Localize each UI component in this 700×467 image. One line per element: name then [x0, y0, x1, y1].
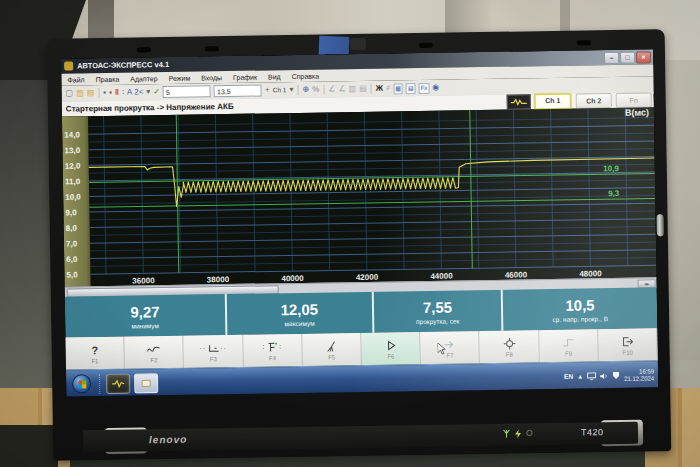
- bezel-latch-button: [657, 214, 664, 236]
- pencil2-icon[interactable]: ∠: [338, 84, 345, 94]
- layers-icon[interactable]: ▥: [348, 84, 356, 94]
- start-button[interactable]: [72, 374, 91, 393]
- grid-line-vertical: [402, 111, 404, 269]
- chart-canvas[interactable]: 3600038000400004200044000460004800014,01…: [62, 107, 657, 286]
- menu-item-4[interactable]: Входы: [201, 74, 222, 81]
- menu-item-3[interactable]: Режим: [169, 74, 191, 81]
- battery-led-icon: [515, 429, 521, 438]
- pencil-icon[interactable]: ∠: [328, 84, 335, 94]
- network-icon[interactable]: [587, 372, 596, 380]
- windows-logo-icon: [78, 380, 86, 389]
- stat-minimum-value: 9,27: [130, 303, 159, 320]
- grid-line-horizontal: [90, 226, 656, 235]
- stat-cranking-label: прокрутка, сек: [416, 317, 459, 325]
- save-as-icon[interactable]: ▪: [109, 88, 112, 98]
- fn-button[interactable]: Fn: [616, 92, 652, 108]
- channel1-button[interactable]: Ch 1: [534, 93, 572, 111]
- cursor-value-label: 9,3: [608, 189, 620, 198]
- stat-minimum: 9,27 минимум: [65, 294, 227, 338]
- menu-item-1[interactable]: Правка: [96, 75, 120, 82]
- x-tick-label: 48000: [579, 269, 602, 278]
- cursor-line-vertical[interactable]: [470, 110, 472, 268]
- fkey-continue[interactable]: F7: [421, 331, 481, 364]
- grid-line-horizontal: [90, 242, 656, 251]
- info-icon[interactable]: ◉: [432, 83, 439, 93]
- fkey-exit[interactable]: F10: [598, 328, 658, 361]
- fkey-cursor[interactable]: F8: [480, 330, 540, 363]
- help-icon: ?: [91, 344, 98, 356]
- clock-time: 16:59: [624, 368, 654, 375]
- dropdown-caret-icon[interactable]: ▾: [146, 87, 150, 97]
- pause-icon[interactable]: ‖: [115, 88, 119, 98]
- grid-line-vertical: [290, 113, 292, 271]
- avtoas-logo-icon: [507, 94, 531, 109]
- grid-line-vertical: [215, 114, 217, 272]
- layers2-icon[interactable]: ▤: [359, 84, 367, 94]
- exit-icon: [621, 334, 633, 349]
- fx-icon[interactable]: Fx: [419, 82, 430, 93]
- language-indicator[interactable]: EN: [564, 373, 573, 380]
- zoom-mode-icon[interactable]: A 2<: [127, 87, 143, 97]
- taskbar-app-avtoas[interactable]: [106, 373, 130, 393]
- fkey-vertical-ruler[interactable]: ∶ ∶ F4: [243, 334, 303, 367]
- grid-line-horizontal: [89, 188, 655, 197]
- channel2-button[interactable]: Ch 2: [576, 93, 612, 109]
- volume-icon[interactable]: [600, 372, 608, 380]
- menu-item-2[interactable]: Адаптер: [130, 75, 157, 82]
- x-tick-label: 40000: [281, 274, 304, 283]
- dropdown-caret-icon[interactable]: ▾: [289, 85, 293, 95]
- sweep-input[interactable]: [163, 85, 211, 98]
- taskbar-app-explorer[interactable]: [134, 373, 158, 393]
- level-input[interactable]: [214, 85, 262, 98]
- close-button[interactable]: ×: [636, 51, 651, 63]
- oscillogram-chart[interactable]: В(мс) 3600038000400004200044000460004800…: [62, 107, 657, 286]
- fkey-help[interactable]: ? F1: [65, 337, 125, 370]
- grid-line-horizontal: [90, 250, 656, 259]
- y-tick-label: 7,0: [66, 239, 78, 248]
- target-icon[interactable]: ⊕: [302, 85, 309, 95]
- maximize-button[interactable]: □: [620, 51, 635, 63]
- menu-item-7[interactable]: Справка: [292, 72, 320, 79]
- fkey-start[interactable]: F6: [361, 332, 421, 365]
- webcam: [350, 38, 366, 50]
- table-view-icon[interactable]: ▤: [406, 83, 416, 94]
- y-tick-label: 14,0: [64, 130, 80, 139]
- y-tick-label: 11,0: [65, 177, 81, 186]
- compare-icon[interactable]: ≠: [386, 83, 391, 93]
- grid-line-vertical: [364, 112, 366, 270]
- menu-item-5[interactable]: График: [233, 73, 257, 80]
- grid-line-horizontal: [88, 125, 654, 134]
- new-file-icon[interactable]: ▢: [66, 88, 74, 98]
- action-center-icon[interactable]: [612, 371, 620, 380]
- y-tick-label: 5,0: [66, 270, 78, 279]
- menu-item-0[interactable]: Файл: [67, 76, 84, 83]
- minimize-button[interactable]: –: [604, 51, 619, 63]
- delete-icon[interactable]: Ж: [376, 84, 383, 94]
- check-icon[interactable]: ✓: [153, 87, 160, 97]
- open-file-icon[interactable]: ▤: [76, 88, 84, 98]
- fkey-horizontal-ruler[interactable]: ·· ·· F3: [184, 335, 244, 368]
- fkey-waveform[interactable]: F2: [125, 336, 185, 369]
- grid-line-vertical: [513, 110, 515, 268]
- grid-line-horizontal: [90, 258, 656, 267]
- lenovo-logo: lenovo: [149, 434, 187, 446]
- x-tick-label: 42000: [356, 273, 379, 282]
- fkey-sync[interactable]: F9: [539, 329, 599, 362]
- channel-select[interactable]: Ch 1: [273, 85, 287, 95]
- broom-icon: [325, 338, 337, 353]
- system-tray: EN ▲ 16:59 21.12.2024: [564, 368, 658, 383]
- taskbar-clock[interactable]: 16:59 21.12.2024: [624, 368, 654, 382]
- grid-settings-icon[interactable]: ▦: [393, 83, 403, 94]
- background-object: [0, 425, 58, 467]
- open-recent-icon[interactable]: ▤: [87, 88, 95, 98]
- percent-icon[interactable]: %: [312, 85, 319, 95]
- fkey-clear[interactable]: F5: [302, 333, 362, 366]
- bezel-bumper: [205, 46, 219, 51]
- save-icon[interactable]: ▪: [103, 88, 106, 98]
- mouse-cursor: [438, 343, 447, 356]
- menu-item-6[interactable]: Вид: [268, 73, 281, 80]
- marker-icon[interactable]: ∶: [122, 88, 124, 98]
- add-icon[interactable]: +: [265, 85, 270, 95]
- grid-line-vertical: [625, 108, 627, 266]
- hidden-icons-caret[interactable]: ▲: [577, 373, 583, 379]
